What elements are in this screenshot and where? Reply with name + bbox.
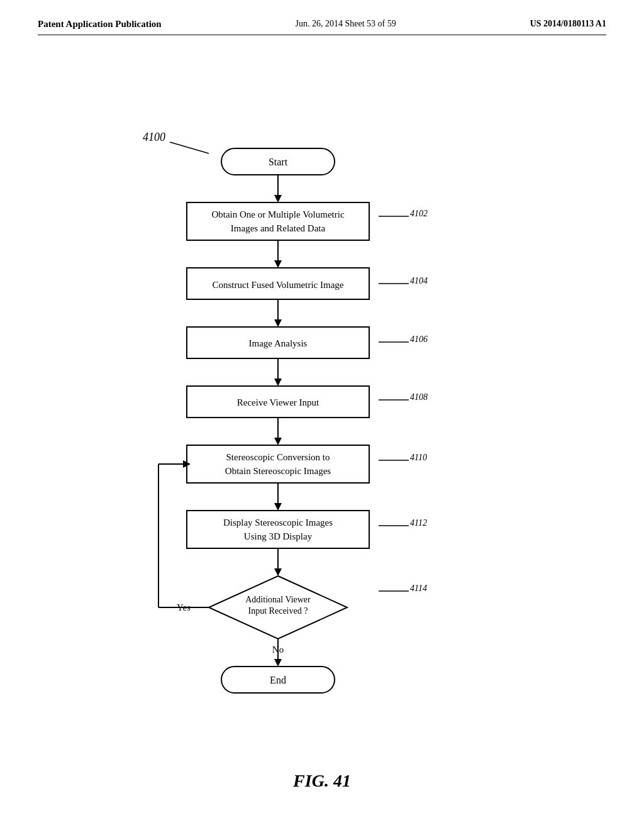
start-node-label: Start (269, 157, 288, 167)
page-header: Patent Application Publication Jun. 26, … (38, 19, 606, 35)
svg-marker-19 (274, 438, 282, 445)
svg-rect-21 (187, 445, 369, 483)
publication-label: Patent Application Publication (38, 19, 162, 30)
flowchart-diagram: 4100 Start 4102 Obtain One or Multiple V… (77, 60, 567, 752)
svg-marker-7 (274, 260, 282, 268)
node-4104-label: Construct Fused Volumetric Image (212, 280, 343, 290)
badge-4112: 4112 (410, 518, 427, 528)
node-4112-line1: Display Stereoscopic Images (223, 517, 333, 528)
node-4108-label: Receive Viewer Input (237, 397, 319, 407)
diamond-line1: Additional Viewer (245, 595, 311, 604)
svg-marker-23 (274, 503, 282, 511)
diamond-line2: Input Received ? (248, 606, 308, 616)
node-4102-line2: Images and Related Data (231, 223, 326, 233)
svg-marker-15 (274, 379, 282, 386)
badge-4114: 4114 (410, 584, 427, 593)
node-4106-label: Image Analysis (249, 338, 308, 348)
end-node-label: End (270, 675, 286, 685)
figure-caption: FIG. 41 (38, 771, 606, 791)
badge-4106: 4106 (410, 335, 428, 344)
svg-rect-5 (187, 202, 369, 240)
svg-marker-3 (274, 195, 282, 202)
svg-line-0 (170, 142, 209, 153)
node-4112-line2: Using 3D Display (244, 531, 313, 541)
badge-4104: 4104 (410, 276, 428, 285)
svg-marker-27 (274, 568, 282, 576)
node-4110-line2: Obtain Stereoscopic Images (225, 466, 331, 476)
page: Patent Application Publication Jun. 26, … (0, 0, 644, 830)
svg-rect-25 (187, 511, 369, 548)
badge-4108: 4108 (410, 392, 428, 402)
node-4110-line1: Stereoscopic Conversion to (226, 452, 330, 462)
badge-4102: 4102 (410, 209, 428, 218)
date-sheet-label: Jun. 26, 2014 Sheet 53 of 59 (296, 19, 396, 29)
node-4102-line1: Obtain One or Multiple Volumetric (211, 209, 344, 219)
badge-4110: 4110 (410, 453, 427, 462)
patent-number-label: US 2014/0180113 A1 (530, 19, 606, 29)
flow-id-label: 4100 (143, 131, 165, 143)
svg-marker-11 (274, 319, 282, 327)
svg-marker-31 (274, 659, 282, 667)
